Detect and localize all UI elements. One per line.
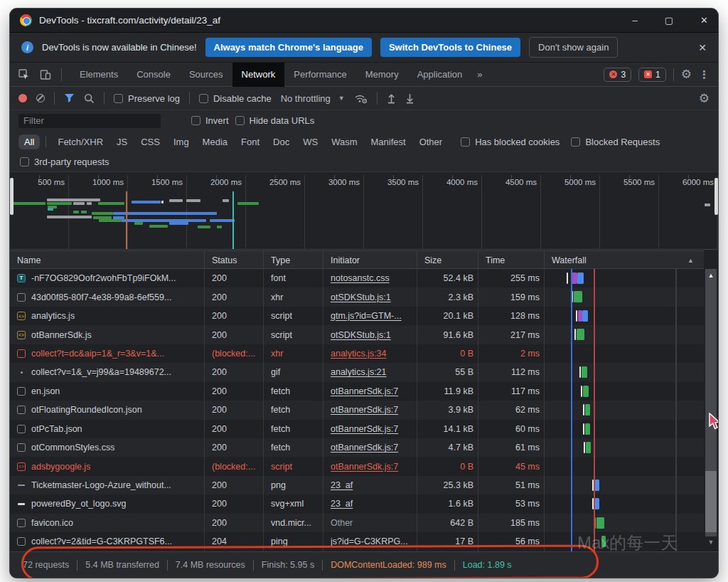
scroll-up-icon[interactable]: ▲	[705, 272, 717, 279]
checkbox-icon[interactable]	[191, 116, 200, 125]
tab-memory[interactable]: Memory	[356, 63, 408, 87]
table-row[interactable]: otCommonStyles.css200fetchotBannerSdk.js…	[10, 438, 704, 457]
initiator-link[interactable]: notosanstc.css	[331, 273, 390, 283]
table-row[interactable]: poweredBy_ot_logo.svg200svg+xml23_af1.6 …	[10, 494, 704, 513]
checkbox-icon[interactable]	[235, 116, 245, 125]
blocked-requests-checkbox[interactable]: Blocked Requests	[571, 137, 660, 147]
match-language-button[interactable]: Always match Chrome's language	[205, 38, 372, 57]
checkbox-icon[interactable]	[571, 137, 580, 147]
column-header-waterfall[interactable]: Waterfall▲	[545, 251, 704, 270]
throttling-dropdown[interactable]: No throttling ▼	[281, 93, 345, 104]
settings-gear-icon[interactable]: ⚙	[681, 67, 692, 82]
column-header-status[interactable]: Status	[205, 251, 264, 270]
network-overview-timeline[interactable]: 500 ms1000 ms1500 ms2000 ms2500 ms3000 m…	[10, 172, 718, 250]
checkbox-icon[interactable]	[114, 94, 123, 103]
column-header-time[interactable]: Time	[478, 251, 545, 270]
filter-funnel-icon[interactable]	[64, 93, 75, 103]
tab-elements[interactable]: Elements	[70, 63, 127, 87]
filter-chip-manifest[interactable]: Manifest	[365, 134, 411, 149]
column-header-type[interactable]: Type	[264, 251, 323, 270]
initiator-link[interactable]: otBannerSdk.js:7	[331, 405, 398, 415]
issues-badge[interactable]: ✕ 1	[638, 68, 666, 82]
network-conditions-icon[interactable]	[354, 93, 368, 104]
filter-chip-font[interactable]: Font	[235, 134, 265, 149]
maximize-button[interactable]: ▢	[665, 15, 673, 26]
table-row[interactable]: collect?t=dc&aip=1&_r=3&v=1&...(blocked:…	[10, 344, 704, 363]
import-har-icon[interactable]	[387, 93, 396, 104]
filter-chip-js[interactable]: JS	[111, 134, 133, 149]
table-row[interactable]: otFloatingRoundedIcon.json200fetchotBann…	[10, 401, 704, 419]
filter-chip-media[interactable]: Media	[197, 134, 233, 149]
export-har-icon[interactable]	[405, 93, 414, 104]
tab-performance[interactable]: Performance	[284, 63, 355, 87]
scrollbar-thumb[interactable]	[705, 471, 717, 532]
table-row[interactable]: <>otBannerSdk.js200scriptotSDKStub.js:19…	[10, 325, 704, 344]
filter-chip-img[interactable]: Img	[168, 134, 195, 149]
initiator-link[interactable]: gtm.js?id=GTM-...	[331, 311, 402, 321]
initiator-link[interactable]: analytics.js:34	[331, 349, 387, 359]
disable-cache-checkbox[interactable]: Disable cache	[199, 93, 272, 104]
third-party-requests-checkbox[interactable]: 3rd-party requests	[20, 157, 109, 167]
table-row[interactable]: 43d00f85-80f7-4e38-99a8-6ef559...200xhro…	[10, 287, 704, 306]
filter-chip-other[interactable]: Other	[414, 134, 449, 149]
filter-input[interactable]	[18, 114, 161, 128]
search-icon[interactable]	[84, 93, 95, 104]
initiator-link[interactable]: otBannerSdk.js:7	[331, 462, 398, 472]
column-header-initiator[interactable]: Initiator	[323, 251, 417, 270]
checkbox-icon[interactable]	[461, 137, 470, 147]
hide-data-urls-checkbox[interactable]: Hide data URLs	[235, 115, 315, 126]
clear-network-log-icon[interactable]	[36, 94, 45, 102]
table-row[interactable]: T-nF7OG829Oofr2wohFbTp9iFOkM...200fontno…	[10, 269, 704, 287]
invert-checkbox[interactable]: Invert	[191, 115, 229, 126]
table-row[interactable]: collect?v=1&_v=j99&a=19489672...200gifan…	[10, 363, 704, 381]
record-network-log-icon[interactable]	[18, 94, 27, 102]
table-row[interactable]: favicon.ico200vnd.micr...Other642 B185 m…	[10, 514, 704, 532]
table-row[interactable]: otPcTab.json200fetchotBannerSdk.js:714.1…	[10, 420, 704, 438]
filter-chip-doc[interactable]: Doc	[267, 134, 295, 149]
filter-chip-css[interactable]: CSS	[135, 134, 166, 149]
dont-show-again-button[interactable]: Don't show again	[529, 37, 618, 58]
initiator-link[interactable]: 23_af	[331, 499, 353, 509]
column-header-name[interactable]: Name	[10, 251, 205, 270]
switch-to-chinese-button[interactable]: Switch DevTools to Chinese	[380, 38, 520, 57]
inspect-element-icon[interactable]	[18, 69, 30, 80]
table-row[interactable]: Ticketmaster-Logo-Azure_without...200png…	[10, 476, 704, 494]
initiator-link[interactable]: 23_af	[331, 480, 353, 490]
network-settings-gear-icon[interactable]: ⚙	[699, 91, 710, 106]
tab-sources[interactable]: Sources	[180, 63, 232, 87]
initiator-link[interactable]: js?id=G-C3KRPG...	[331, 536, 408, 546]
vertical-scrollbar[interactable]: ▲ ▼	[704, 269, 718, 551]
has-blocked-cookies-checkbox[interactable]: Has blocked cookies	[461, 137, 560, 147]
kebab-menu-icon[interactable]: ⋮	[699, 68, 710, 81]
device-toolbar-icon[interactable]	[40, 69, 51, 80]
checkbox-icon[interactable]	[20, 157, 29, 166]
filter-chip-fetch-xhr[interactable]: Fetch/XHR	[52, 134, 109, 149]
initiator-link[interactable]: otSDKStub.js:1	[331, 292, 391, 302]
table-row[interactable]: en.json200fetchotBannerSdk.js:711.9 kB11…	[10, 382, 704, 401]
initiator-link[interactable]: otBannerSdk.js:7	[331, 424, 398, 434]
tab-application[interactable]: Application	[408, 63, 472, 87]
initiator-link[interactable]: otSDKStub.js:1	[331, 330, 391, 340]
tab-console[interactable]: Console	[127, 63, 180, 87]
filter-chip-ws[interactable]: WS	[297, 134, 323, 149]
console-errors-badge[interactable]: ✕ 3	[604, 68, 631, 82]
overview-left-handle[interactable]	[10, 178, 14, 215]
close-button[interactable]: ✕	[700, 15, 708, 26]
table-row[interactable]: collect?v=2&tid=G-C3KRPGTSF6...204pingjs…	[10, 532, 704, 551]
minimize-button[interactable]: –	[633, 15, 638, 26]
more-tabs-chevron[interactable]: »	[471, 69, 488, 80]
tab-network[interactable]: Network	[232, 63, 285, 87]
overview-right-handle[interactable]	[714, 178, 718, 215]
table-row[interactable]: <>analytics.js200scriptgtm.js?id=GTM-...…	[10, 307, 704, 325]
preserve-log-checkbox[interactable]: Preserve log	[114, 93, 180, 104]
filter-chip-all[interactable]: All	[18, 134, 40, 149]
initiator-link[interactable]: analytics.js:21	[331, 367, 387, 377]
scroll-down-icon[interactable]: ▼	[705, 539, 717, 546]
initiator-link[interactable]: otBannerSdk.js:7	[331, 443, 398, 453]
infobar-close-icon[interactable]: ✕	[698, 42, 707, 53]
table-row[interactable]: <>adsbygoogle.js(blocked:...scriptotBann…	[10, 457, 704, 475]
checkbox-icon[interactable]	[199, 94, 208, 103]
initiator-link[interactable]: otBannerSdk.js:7	[331, 386, 398, 396]
column-header-size[interactable]: Size	[417, 251, 478, 270]
filter-chip-wasm[interactable]: Wasm	[326, 134, 363, 149]
